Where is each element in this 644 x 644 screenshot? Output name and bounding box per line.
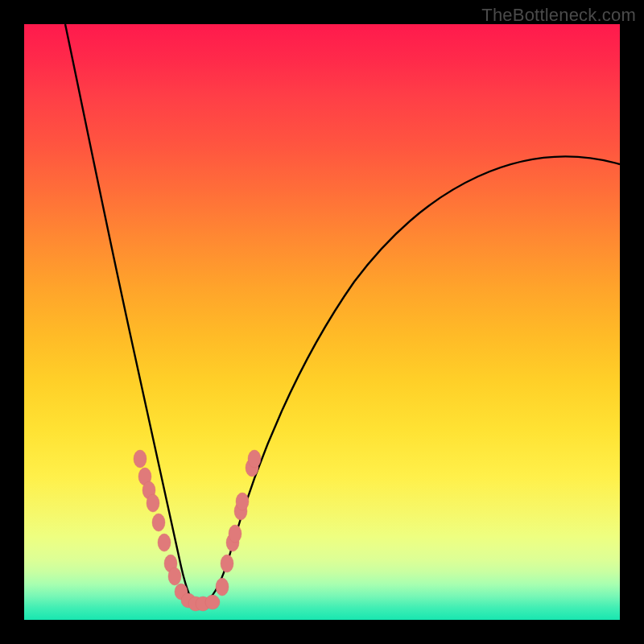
marker-dot bbox=[248, 450, 261, 468]
marker-dot bbox=[168, 568, 181, 585]
curves-svg bbox=[24, 24, 620, 620]
marker-dot bbox=[134, 450, 147, 468]
marker-dot bbox=[236, 493, 249, 510]
marker-dot bbox=[147, 494, 159, 512]
marker-dot bbox=[152, 514, 165, 531]
marker-dot bbox=[216, 578, 229, 596]
plot-area bbox=[24, 24, 620, 620]
marker-dot bbox=[158, 534, 171, 551]
marker-dot bbox=[205, 595, 220, 609]
marker-dot bbox=[229, 525, 242, 543]
marker-group bbox=[134, 450, 261, 611]
outer-frame: TheBottleneck.com bbox=[0, 0, 644, 644]
right-curve bbox=[196, 157, 620, 605]
watermark-text: TheBottleneck.com bbox=[481, 5, 636, 26]
marker-dot bbox=[221, 555, 233, 572]
left-curve bbox=[65, 24, 196, 605]
